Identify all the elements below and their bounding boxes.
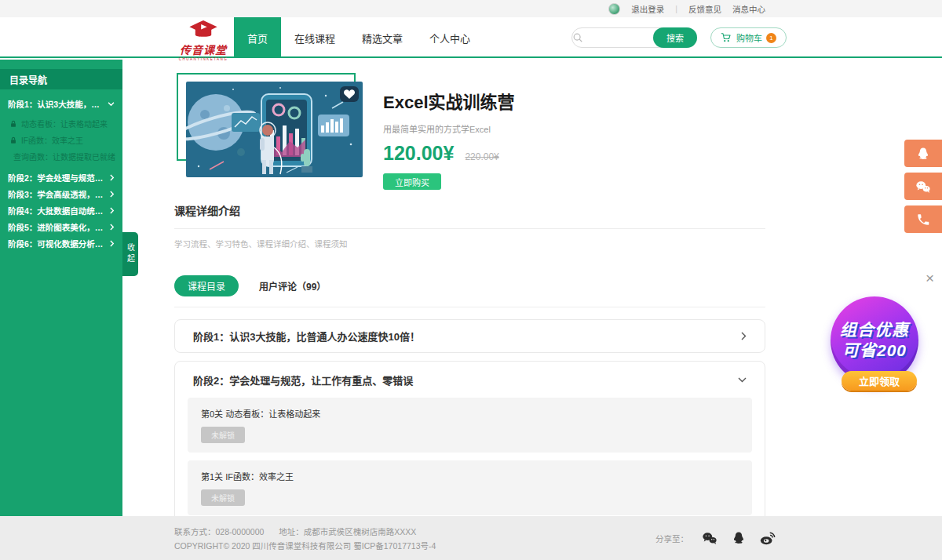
wechat-icon [701, 530, 718, 546]
catalog-sidebar: 目录导航 阶段1：认识3大技能，比普通人... 动态看板：让表格动起来 IF [0, 60, 122, 516]
nav-item-profile[interactable]: 个人中心 [416, 17, 484, 58]
accordion-stage-2-title: 阶段2：学会处理与规范，让工作有重点、零错误 [193, 373, 413, 387]
course-title: Excel实战训练营 [383, 88, 515, 113]
sidebar-lesson-3[interactable]: 查询函数：让数据提取已就绪 [0, 148, 122, 165]
chevron-down-icon [108, 102, 115, 107]
price-row: 120.00¥ 220.00¥ [383, 142, 515, 165]
sidebar-stage-5[interactable]: 阶段5：进阶图表美化，让汇报一... [0, 219, 122, 235]
sidebar-collapse-tab[interactable]: 收起 [122, 232, 138, 276]
search-box: 搜索 [571, 27, 697, 48]
wechat-share-button[interactable] [701, 530, 718, 546]
sidebar-lesson-label: 查询函数：让数据提取已就绪 [13, 151, 115, 162]
detail-heading: 课程详细介绍 [174, 202, 765, 218]
sidebar-lesson-2[interactable]: IF函数：效率之王 [0, 132, 122, 148]
chevron-right-icon [110, 207, 115, 214]
course-price: 120.00¥ [383, 142, 454, 165]
claim-coupon-button[interactable]: 立即领取 [842, 371, 917, 391]
sidebar-stage-label: 阶段3：学会高级透视，拥有同时... [8, 188, 107, 200]
phone-icon [916, 213, 930, 227]
promo-line-2: 可省200 [842, 340, 907, 361]
sidebar-title: 目录导航 [0, 69, 122, 89]
footer-contact: 联系方式：028-0000000 [174, 527, 264, 536]
feedback-link[interactable]: 反馈意见 [688, 3, 721, 15]
accordion-stage-2-header[interactable]: 阶段2：学会处理与规范，让工作有重点、零错误 [175, 362, 765, 398]
sidebar-lesson-label: IF函数：效率之王 [21, 134, 83, 146]
sidebar-stage-6[interactable]: 阶段6：可视化数据分析，帮老板... [0, 235, 122, 252]
footer-info: 联系方式：028-0000000 地址：成都市武侯区槐树店南路XXXX COPY… [174, 525, 436, 553]
main-content: Excel实战训练营 用最简单实用的方式学Excel 120.00¥ 220.0… [174, 60, 765, 529]
qq-icon [731, 530, 747, 546]
promo-line-1: 组合优惠 [840, 320, 909, 340]
tab-comments[interactable]: 用户评论（99） [259, 279, 326, 293]
sidebar-stage-label: 阶段5：进阶图表美化，让汇报一... [8, 221, 107, 233]
chevron-right-icon [110, 224, 115, 231]
lesson-status-badge: 未解锁 [201, 427, 245, 443]
nav-item-courses[interactable]: 在线课程 [281, 17, 349, 58]
course-subtitle: 用最简单实用的方式学Excel [383, 122, 515, 135]
sidebar-stage-1[interactable]: 阶段1：认识3大技能，比普通人... [0, 96, 122, 112]
chevron-right-icon [110, 174, 115, 181]
sidebar-stage-4[interactable]: 阶段4：大批数据自动统计分析，... [0, 202, 122, 219]
lesson-title: 第0关 动态看板：让表格动起来 [201, 407, 739, 420]
user-avatar[interactable] [608, 3, 620, 15]
course-header: Excel实战训练营 用最简单实用的方式学Excel 120.00¥ 220.0… [174, 60, 765, 191]
buy-now-button[interactable]: 立即购买 [383, 173, 441, 190]
divider [174, 228, 765, 229]
message-center-link[interactable]: 消息中心 [732, 3, 765, 15]
search-icon [572, 32, 583, 43]
cart-badge: 1 [766, 33, 776, 43]
nav-item-articles[interactable]: 精选文章 [349, 17, 416, 58]
lock-icon [9, 120, 17, 128]
search-input[interactable] [588, 30, 654, 45]
qq-contact-button[interactable] [904, 140, 942, 167]
sidebar-stage-label: 阶段2：学会处理与规范，让工作... [8, 172, 107, 184]
qq-icon [915, 146, 931, 162]
chevron-right-icon [110, 240, 115, 247]
course-thumbnail [186, 82, 363, 177]
footer-copyright: COPYRIGHT© 2020 四川传音课堂科技有限公司 蜀ICP备170177… [174, 539, 436, 553]
weibo-icon [759, 530, 776, 546]
lesson-title: 第1关 IF函数：效率之王 [201, 470, 739, 482]
weibo-share-button[interactable] [759, 530, 776, 546]
footer-address: 地址：成都市武侯区槐树店南路XXXX [279, 527, 416, 536]
sidebar-stage-label: 阶段4：大批数据自动统计分析，... [8, 205, 107, 216]
lock-icon [9, 136, 17, 144]
sidebar-lesson-1[interactable]: 动态看板：让表格动起来 [0, 115, 122, 132]
course-original-price: 220.00¥ [465, 151, 498, 162]
course-info: Excel实战训练营 用最简单实用的方式学Excel 120.00¥ 220.0… [383, 88, 515, 190]
logout-link[interactable]: 退出登录 [631, 3, 664, 15]
logo[interactable]: 传音课堂 CHUANYINKETANG [176, 20, 231, 61]
cart-button[interactable]: 购物车 1 [710, 27, 787, 48]
main-nav: 首页 在线课程 精选文章 个人中心 [234, 17, 484, 58]
footer: 联系方式：028-0000000 地址：成都市武侯区槐树店南路XXXX COPY… [0, 516, 942, 560]
accordion-stage-2: 阶段2：学会处理与规范，让工作有重点、零错误 第0关 动态看板：让表格动起来 未… [174, 361, 765, 529]
contact-rail [904, 140, 942, 233]
lesson-row-0[interactable]: 第0关 动态看板：让表格动起来 未解锁 [188, 398, 752, 453]
lesson-row-1[interactable]: 第1关 IF函数：效率之王 未解锁 [188, 460, 752, 515]
sidebar-stage-label: 阶段1：认识3大技能，比普通人... [8, 98, 104, 110]
cart-label: 购物车 [736, 31, 762, 44]
phone-contact-button[interactable] [904, 205, 942, 233]
qq-share-button[interactable] [731, 530, 747, 546]
topbar-divider: | [675, 4, 677, 13]
logo-title: 传音课堂 [176, 42, 231, 57]
sidebar-stage-label: 阶段6：可视化数据分析，帮老板... [8, 238, 107, 249]
tab-catalog[interactable]: 课程目录 [174, 275, 239, 296]
course-illustration [186, 82, 363, 177]
chevron-right-icon [110, 191, 115, 198]
sidebar-stage-2[interactable]: 阶段2：学会处理与规范，让工作... [0, 169, 122, 186]
wechat-contact-button[interactable] [904, 173, 942, 200]
sidebar-stage-3[interactable]: 阶段3：学会高级透视，拥有同时... [0, 186, 122, 202]
tabs-bar: 课程目录 用户评论（99） [174, 275, 765, 307]
sidebar-lesson-label: 动态看板：让表格动起来 [21, 118, 108, 129]
footer-share: 分享至： [655, 516, 776, 560]
promo-widget: × 组合优惠 可省200 立即领取 [816, 271, 942, 396]
cart-icon [721, 32, 732, 43]
logo-cap-icon [186, 20, 221, 40]
accordion-stage-1[interactable]: 阶段1：认识3大技能，比普通人办公速度快10倍！ [174, 319, 765, 353]
search-button[interactable]: 搜索 [653, 27, 697, 48]
wechat-icon [915, 179, 932, 195]
nav-item-home[interactable]: 首页 [234, 17, 281, 58]
close-icon[interactable]: × [926, 271, 934, 285]
detail-tags: 学习流程、学习特色、课程详细介绍、课程须知 [174, 238, 765, 249]
